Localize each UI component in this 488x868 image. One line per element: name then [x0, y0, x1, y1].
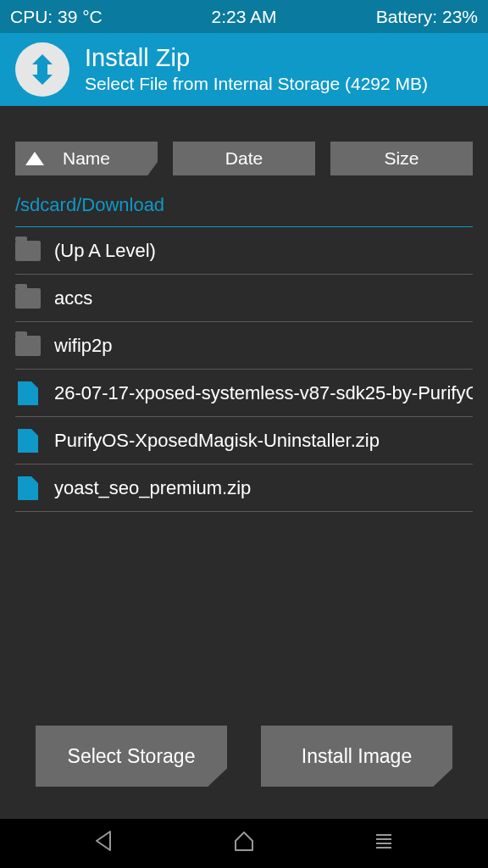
menu-button[interactable] [350, 819, 418, 863]
file-name: wifip2p [54, 335, 112, 357]
install-image-label: Install Image [302, 745, 412, 768]
page-title: Install Zip [85, 45, 428, 72]
sort-row: Name Date Size [15, 142, 473, 175]
folder-icon [15, 335, 41, 357]
select-storage-button[interactable]: Select Storage [36, 726, 227, 787]
sort-name-label: Name [63, 148, 110, 169]
select-storage-label: Select Storage [68, 745, 196, 768]
home-button[interactable] [210, 819, 278, 863]
back-button[interactable] [70, 819, 138, 863]
list-item[interactable]: accs [15, 275, 473, 322]
status-bar: CPU: 39 °C 2:23 AM Battery: 23% [0, 0, 488, 33]
folder-icon [15, 287, 41, 309]
sort-asc-icon [25, 152, 44, 165]
title-bar: Install Zip Select File from Internal St… [0, 33, 488, 106]
list-item[interactable]: 26-07-17-xposed-systemless-v87-sdk25-by-… [15, 370, 473, 417]
sort-date-button[interactable]: Date [173, 142, 315, 175]
file-icon [15, 430, 41, 452]
list-item[interactable]: wifip2p [15, 322, 473, 370]
clock: 2:23 AM [166, 7, 322, 27]
file-list: (Up A Level) accs wifip2p 26-07-17-xpose… [15, 227, 473, 726]
file-name: (Up A Level) [54, 240, 156, 262]
file-name: PurifyOS-XposedMagisk-Uninstaller.zip [54, 430, 380, 452]
file-icon [15, 382, 41, 404]
cpu-temp: CPU: 39 °C [10, 7, 166, 27]
list-item[interactable]: (Up A Level) [15, 227, 473, 275]
battery-level: Battery: 23% [322, 7, 478, 27]
sort-size-button[interactable]: Size [330, 142, 473, 175]
sort-date-label: Date [225, 148, 263, 169]
system-nav-bar [0, 819, 488, 868]
page-subtitle: Select File from Internal Storage (4292 … [85, 74, 428, 94]
folder-icon [15, 240, 41, 262]
twrp-logo [15, 42, 69, 97]
current-path: /sdcard/Download [15, 194, 473, 227]
list-item[interactable]: yoast_seo_premium.zip [15, 465, 473, 512]
action-row: Select Storage Install Image [15, 726, 473, 819]
file-name: accs [54, 287, 92, 309]
install-image-button[interactable]: Install Image [261, 726, 452, 787]
file-name: 26-07-17-xposed-systemless-v87-sdk25-by-… [54, 382, 473, 404]
sort-name-button[interactable]: Name [15, 142, 158, 175]
sort-size-label: Size [385, 148, 419, 169]
file-name: yoast_seo_premium.zip [54, 477, 251, 499]
file-icon [15, 477, 41, 499]
list-item[interactable]: PurifyOS-XposedMagisk-Uninstaller.zip [15, 417, 473, 465]
